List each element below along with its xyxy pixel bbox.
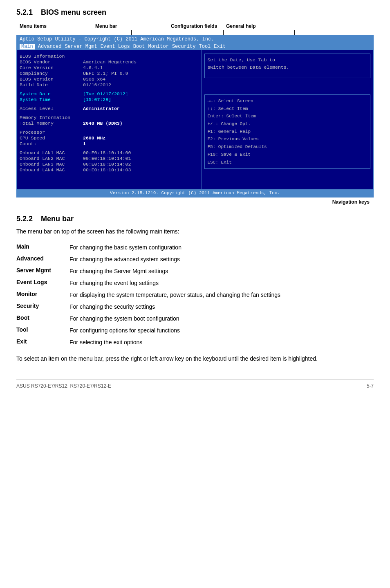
nav-key-f5: F5: Optimized Defaults [207, 143, 368, 151]
bios-labels-row: Menu items Menu bar Configuration fields… [16, 23, 374, 29]
menu-item-desc-server: For changing the Server Mgmt settings [69, 265, 374, 277]
bios-titlebar: Aptio Setup Utility - Copyright (C) 2011… [17, 36, 373, 43]
menubar-item-boot[interactable]: Boot [133, 44, 145, 49]
menu-item-desc-advanced: For changing the advanced system setting… [69, 254, 374, 265]
closing-text: To select an item on the menu bar, press… [16, 354, 374, 363]
bios-content-area: BIOS Information BIOS VendorAmerican Meg… [17, 50, 373, 189]
menu-item-row-exit: Exit For selecting the exit options [16, 337, 374, 348]
nav-key-select-item-arrow: ↑↓: Select Item [207, 105, 368, 113]
section-222-title: Menu bar [41, 215, 74, 223]
footer-right: 5-7 [367, 383, 374, 389]
nav-keys-label: Navigation keys [16, 199, 370, 205]
nav-key-enter: Enter: Select Item [207, 112, 368, 120]
menu-item-desc-exit: For selecting the exit options [69, 337, 374, 348]
menubar-item-exit[interactable]: Exit [214, 44, 226, 49]
page-footer: ASUS RS720-E7/RS12; RS720-E7/RS12-E 5-7 [16, 379, 374, 389]
menu-item-name-security: Security [16, 301, 69, 313]
menu-items-table: Main For changing the basic system confi… [16, 242, 374, 348]
menubar-item-main[interactable]: Main [20, 44, 35, 49]
menu-item-desc-boot: For changing the system boot configurati… [69, 313, 374, 325]
menubar-item-server[interactable]: Server Mgmt [65, 44, 97, 49]
nav-key-f2: F2: Previous Values [207, 135, 368, 143]
nav-key-esc: ESC: Exit [207, 159, 368, 166]
nav-key-change-opt: +/-: Change Opt. [207, 120, 368, 128]
label-general-help: General help [226, 23, 256, 29]
help-text-area: Set the Date, Use Tab toswitch between D… [204, 54, 370, 78]
menubar-item-eventlogs[interactable]: Event Logs [101, 44, 130, 49]
menu-item-name-eventlogs: Event Logs [16, 277, 69, 289]
menu-item-row-eventlogs: Event Logs For changing the event log se… [16, 277, 374, 289]
menu-item-name-main: Main [16, 242, 69, 254]
bios-screen: Aptio Setup Utility - Copyright (C) 2011… [16, 35, 374, 197]
menubar-item-advanced[interactable]: Advanced [38, 44, 62, 49]
menu-item-name-advanced: Advanced [16, 254, 69, 265]
tick-marks-row [20, 30, 374, 35]
menu-item-desc-tool: For configuring options for special func… [69, 325, 374, 337]
nav-keys-area: →←: Select Screen ↑↓: Select Item Enter:… [204, 94, 370, 169]
menu-item-row-main: Main For changing the basic system confi… [16, 242, 374, 254]
section-number: 5.2.1 [16, 8, 33, 17]
menubar-item-tool[interactable]: Tool [199, 44, 211, 49]
bios-menubar[interactable]: Main Advanced Server Mgmt Event Logs Boo… [17, 43, 373, 50]
label-config-fields: Configuration fields [171, 23, 226, 29]
section-222-number: 5.2.2 [16, 215, 33, 223]
label-menu-items: Menu items [20, 23, 95, 29]
menubar-item-monitor[interactable]: Monitor [148, 44, 168, 49]
menu-item-row-boot: Boot For changing the system boot config… [16, 313, 374, 325]
section-522: 5.2.2 Menu bar The menu bar on top of th… [16, 215, 374, 363]
nav-key-f10: F10: Save & Exit [207, 151, 368, 159]
menu-item-row-server: Server Mgmt For changing the Server Mgmt… [16, 265, 374, 277]
menu-item-desc-eventlogs: For changing the event log settings [69, 277, 374, 289]
menu-item-desc-main: For changing the basic system configurat… [69, 242, 374, 254]
menu-item-row-security: Security For changing the security setti… [16, 301, 374, 313]
menu-item-name-server: Server Mgmt [16, 265, 69, 277]
nav-key-select-screen: →←: Select Screen [207, 97, 368, 105]
menu-item-row-tool: Tool For configuring options for special… [16, 325, 374, 337]
menu-item-name-tool: Tool [16, 325, 69, 337]
menu-item-row-advanced: Advanced For changing the advanced syste… [16, 254, 374, 265]
menu-item-desc-security: For changing the security settings [69, 301, 374, 313]
menu-item-desc-monitor: For displaying the system temperature, p… [69, 289, 374, 301]
bios-left-panel: BIOS Information BIOS VendorAmerican Meg… [17, 50, 202, 189]
label-menu-bar: Menu bar [95, 23, 171, 29]
bios-right-panel: Set the Date, Use Tab toswitch between D… [202, 50, 373, 189]
section-title: BIOS menu screen [41, 8, 106, 17]
menu-item-name-monitor: Monitor [16, 289, 69, 301]
section-222-intro: The menu bar on top of the screen has th… [16, 227, 374, 236]
bios-footer: Version 2.15.1219. Copyright (C) 2011 Am… [17, 189, 373, 197]
nav-key-f1: F1: General Help [207, 128, 368, 136]
menu-item-name-boot: Boot [16, 313, 69, 325]
menu-item-row-monitor: Monitor For displaying the system temper… [16, 289, 374, 301]
menubar-item-security[interactable]: Security [172, 44, 196, 49]
menu-item-name-exit: Exit [16, 337, 69, 348]
footer-left: ASUS RS720-E7/RS12; RS720-E7/RS12-E [16, 383, 111, 389]
